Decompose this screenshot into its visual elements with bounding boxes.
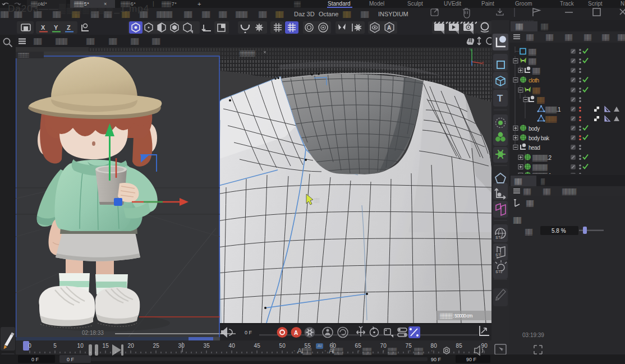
svg-text:head: head	[529, 145, 540, 151]
svg-text:▒▒: ▒▒	[602, 34, 610, 41]
svg-text:▒▒▒▒ : 50000 cm: ▒▒▒▒ : 50000 cm	[440, 313, 472, 319]
svg-text:▒▒: ▒▒	[529, 49, 537, 56]
svg-text:▒▒: ▒▒	[314, 198, 320, 203]
svg-text:▒▒: ▒▒	[514, 178, 522, 185]
svg-text:40: 40	[229, 343, 236, 349]
svg-text:▒▒: ▒▒	[529, 58, 537, 65]
svg-text:▒▒: ▒▒	[618, 34, 625, 41]
svg-text:▒▒: ▒▒	[532, 87, 541, 94]
svg-text:5.8 %: 5.8 %	[552, 228, 566, 234]
svg-text:▒▒▒.1: ▒▒▒.1	[545, 107, 561, 113]
svg-text:30: 30	[178, 343, 185, 349]
svg-text:▒▒: ▒▒	[516, 24, 523, 30]
svg-text:X: X	[481, 61, 484, 65]
svg-text:ST: ST	[495, 270, 501, 274]
svg-text:▒▒▒▒▒: ▒▒▒▒▒	[240, 50, 256, 57]
svg-text:▒▒: ▒▒	[543, 188, 551, 195]
svg-text:35: 35	[204, 343, 210, 349]
svg-text:▒▒: ▒▒	[565, 34, 573, 41]
svg-text:Y: Y	[470, 48, 472, 52]
svg-text:02:18:33: 02:18:33	[82, 330, 104, 336]
svg-text:0 F: 0 F	[245, 330, 252, 335]
svg-text:▒▒: ▒▒	[537, 97, 545, 104]
svg-text:5: 5	[53, 343, 57, 349]
svg-text:X: X	[41, 24, 45, 31]
svg-text:▒▒: ▒▒	[584, 34, 592, 41]
svg-text:ST: ST	[495, 236, 501, 239]
svg-text:▒▒▒▒: ▒▒▒▒	[562, 188, 577, 195]
svg-text:T: T	[497, 93, 503, 104]
svg-text:25: 25	[153, 343, 160, 349]
svg-text:0 F: 0 F	[67, 357, 75, 362]
svg-text:▒▒: ▒▒	[532, 68, 541, 75]
svg-text:45: 45	[254, 343, 261, 349]
svg-text:0: 0	[28, 343, 31, 349]
svg-text:▒▒▒▒.2: ▒▒▒▒.2	[532, 155, 552, 162]
svg-text:50: 50	[279, 343, 286, 349]
svg-text:▒▒▒▒: ▒▒▒▒	[18, 53, 29, 58]
svg-text:body bak: body bak	[529, 135, 550, 141]
svg-text:▒▒: ▒▒	[513, 216, 521, 224]
svg-text:▒▒: ▒▒	[523, 188, 531, 195]
svg-text:▒▒▒▒: ▒▒▒▒	[532, 164, 548, 171]
svg-text:A: A	[294, 330, 298, 336]
svg-text:10: 10	[77, 343, 84, 349]
svg-text:body: body	[529, 126, 540, 132]
svg-text:0 F: 0 F	[31, 357, 39, 362]
svg-text:▒▒: ▒▒	[526, 200, 534, 207]
svg-text:▒▒: ▒▒	[546, 34, 554, 41]
svg-text:▒▒▒: ▒▒▒	[545, 116, 557, 123]
svg-text:▒▒: ▒▒	[526, 34, 534, 41]
svg-text:03:19:39: 03:19:39	[522, 332, 544, 338]
svg-text:90 F: 90 F	[466, 357, 477, 362]
svg-text:90 F: 90 F	[431, 357, 442, 362]
svg-text:▒▒: ▒▒	[541, 24, 549, 30]
svg-text:ST: ST	[495, 253, 501, 257]
svg-text:cloth: cloth	[529, 77, 539, 84]
svg-text:Z: Z	[67, 24, 71, 31]
svg-text:A: A	[387, 25, 391, 31]
svg-text:▒▒: ▒▒	[525, 229, 533, 236]
svg-text:Y: Y	[54, 24, 58, 31]
